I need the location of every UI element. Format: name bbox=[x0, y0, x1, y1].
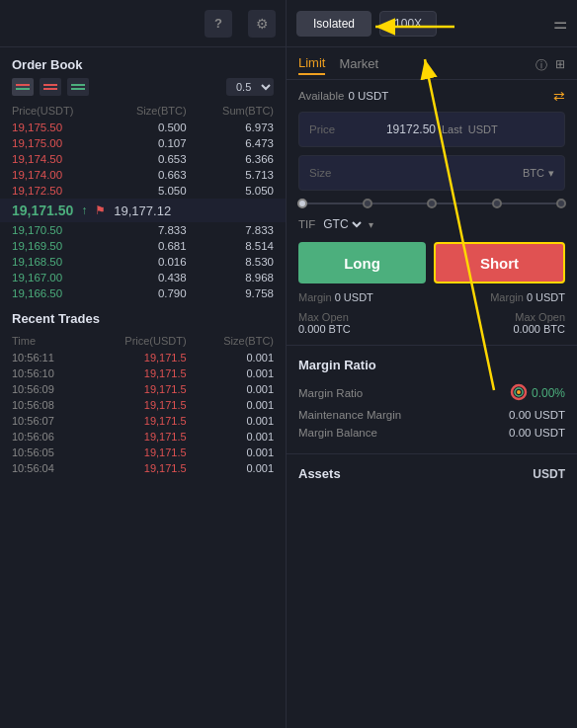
flag-icon: ⚑ bbox=[95, 203, 106, 217]
ob-header: Price(USDT) Size(BTC) Sum(BTC) bbox=[0, 102, 286, 120]
price-label: Price bbox=[309, 123, 347, 135]
ob-view-both[interactable] bbox=[12, 78, 34, 96]
ob-col-size: Size(BTC) bbox=[99, 105, 186, 117]
grid-icon[interactable]: ⊞ bbox=[555, 57, 565, 74]
tab-limit[interactable]: Limit bbox=[298, 55, 325, 75]
margin-ratio-label: Margin Ratio bbox=[298, 387, 363, 399]
tab-market[interactable]: Market bbox=[339, 56, 378, 74]
mid-price-value: 19,171.50 bbox=[12, 202, 73, 218]
max-open-row: Max Open 0.000 BTC Max Open 0.000 BTC bbox=[287, 307, 577, 339]
action-row: Long Short bbox=[287, 238, 577, 287]
long-margin-label: Margin bbox=[298, 291, 335, 303]
order-book-title: Order Book bbox=[0, 47, 286, 78]
size-field[interactable] bbox=[347, 166, 517, 180]
list-item: 10:56:04 19,171.5 0.001 bbox=[0, 460, 286, 476]
order-book-section: Order Book 0.5 bbox=[0, 47, 286, 301]
left-panel: ? ⚙ Order Book bbox=[0, 0, 287, 728]
tif-arrow-icon: ▾ bbox=[369, 219, 373, 230]
maintenance-margin-row: Maintenance Margin 0.00 USDT bbox=[298, 406, 565, 424]
table-row: 19,169.50 0.681 8.514 bbox=[0, 238, 286, 254]
short-margin-value: 0 USDT bbox=[527, 291, 565, 303]
price-last-label: Last bbox=[442, 123, 462, 135]
margin-ratio-title: Margin Ratio bbox=[298, 358, 565, 372]
ob-view-buy[interactable] bbox=[67, 78, 89, 96]
available-value: 0 USDT bbox=[348, 90, 388, 102]
rt-col-time: Time bbox=[12, 335, 99, 347]
list-item: 10:56:06 19,171.5 0.001 bbox=[0, 429, 286, 445]
slider-handle-75[interactable] bbox=[492, 199, 502, 208]
list-item: 10:56:10 19,171.5 0.001 bbox=[0, 365, 286, 381]
list-item: 10:56:11 19,171.5 0.001 bbox=[0, 350, 286, 365]
table-row: 19,168.50 0.016 8.530 bbox=[0, 254, 286, 270]
info-icon[interactable]: ⓘ bbox=[536, 57, 547, 74]
recent-trades-section: Recent Trades Time Price(USDT) Size(BTC)… bbox=[0, 301, 286, 728]
short-max-col: Max Open 0.000 BTC bbox=[432, 311, 565, 335]
ob-view-sell[interactable] bbox=[40, 78, 61, 96]
ob-col-sum: Sum(BTC) bbox=[187, 105, 274, 117]
rt-col-price: Price(USDT) bbox=[99, 335, 186, 347]
margin-ratio-row: Margin Ratio 0.00% bbox=[298, 380, 565, 406]
margin-ratio-value: 0.00% bbox=[532, 386, 565, 400]
leverage-button[interactable]: 100X bbox=[379, 11, 437, 37]
price-field[interactable] bbox=[347, 122, 436, 136]
list-item: 10:56:09 19,171.5 0.001 bbox=[0, 381, 286, 397]
order-type-bar: Limit Market ⓘ ⊞ bbox=[287, 47, 577, 80]
mid-price-flag-value: 19,177.12 bbox=[114, 203, 171, 218]
short-max-value: 0.000 BTC bbox=[513, 323, 565, 335]
slider-handle-100[interactable] bbox=[556, 199, 566, 208]
slider-handle-25[interactable] bbox=[363, 199, 372, 208]
isolated-button[interactable]: Isolated bbox=[296, 11, 371, 37]
size-unit-toggle[interactable]: ▾ bbox=[548, 167, 554, 180]
list-item: 10:56:05 19,171.5 0.001 bbox=[0, 445, 286, 460]
short-button[interactable]: Short bbox=[434, 242, 565, 283]
size-input-row[interactable]: Size BTC ▾ bbox=[298, 155, 565, 191]
settings-button[interactable]: ⚙ bbox=[248, 10, 276, 38]
long-max-label: Max Open bbox=[298, 311, 349, 323]
maintenance-margin-label: Maintenance Margin bbox=[298, 409, 401, 421]
assets-unit: USDT bbox=[533, 467, 565, 481]
margin-info-row: Margin 0 USDT Margin 0 USDT bbox=[287, 287, 577, 307]
rt-col-size: Size(BTC) bbox=[187, 335, 274, 347]
price-unit: USDT bbox=[468, 123, 498, 135]
buy-rows: 19,170.50 7.833 7.833 19,169.50 0.681 8.… bbox=[0, 222, 286, 301]
position-slider[interactable] bbox=[302, 202, 561, 204]
slider-handle-0[interactable] bbox=[297, 199, 307, 208]
question-icon: ? bbox=[214, 16, 222, 31]
sell-rows: 19,175.50 0.500 6.973 19,175.00 0.107 6.… bbox=[0, 120, 286, 199]
margin-balance-row: Margin Balance 0.00 USDT bbox=[298, 424, 565, 442]
table-row: 19,175.00 0.107 6.473 bbox=[0, 135, 286, 151]
table-row: 19,174.50 0.653 6.366 bbox=[0, 151, 286, 167]
order-book-controls: 0.5 1.0 2.0 bbox=[0, 78, 286, 102]
long-margin-value: 0 USDT bbox=[335, 291, 373, 303]
slider-handle-50[interactable] bbox=[427, 199, 437, 208]
order-tab-icons: ⓘ ⊞ bbox=[536, 57, 565, 74]
transfer-icon[interactable]: ⇄ bbox=[553, 88, 565, 104]
price-input-row[interactable]: Price Last USDT bbox=[298, 112, 565, 147]
table-row: 19,172.50 5.050 5.050 bbox=[0, 183, 286, 199]
list-item: 10:56:07 19,171.5 0.001 bbox=[0, 413, 286, 429]
settings-icon: ⚙ bbox=[256, 16, 269, 32]
recent-trades-title: Recent Trades bbox=[0, 301, 286, 332]
list-item: 10:56:08 19,171.5 0.001 bbox=[0, 397, 286, 413]
top-bar-left: ? ⚙ bbox=[0, 0, 286, 47]
short-max-label: Max Open bbox=[515, 311, 565, 323]
rt-header: Time Price(USDT) Size(BTC) bbox=[0, 332, 286, 350]
table-row: 19,170.50 7.833 7.833 bbox=[0, 222, 286, 238]
tif-row: TIF GTC IOC FOK ▾ bbox=[287, 212, 577, 238]
top-bar-right: Isolated 100X ⚌ bbox=[287, 0, 577, 47]
short-margin-col: Margin 0 USDT bbox=[432, 291, 565, 303]
right-panel: Isolated 100X ⚌ Limit Market ⓘ ⊞ Availab… bbox=[287, 0, 577, 728]
table-row: 19,175.50 0.500 6.973 bbox=[0, 120, 286, 135]
long-button[interactable]: Long bbox=[298, 242, 426, 283]
tif-select[interactable]: GTC IOC FOK bbox=[319, 216, 365, 232]
available-row: Available 0 USDT ⇄ bbox=[287, 80, 577, 108]
section-divider bbox=[287, 345, 577, 346]
ob-grouping-select[interactable]: 0.5 1.0 2.0 bbox=[226, 78, 274, 96]
question-button[interactable]: ? bbox=[205, 10, 232, 38]
mid-price-row: 19,171.50 ↑ ⚑ 19,177.12 bbox=[0, 199, 286, 222]
filter-icon[interactable]: ⚌ bbox=[553, 14, 567, 33]
tif-label: TIF bbox=[298, 218, 315, 230]
long-max-value: 0.000 BTC bbox=[298, 323, 351, 335]
svg-point-2 bbox=[517, 390, 521, 394]
margin-balance-label: Margin Balance bbox=[298, 427, 377, 439]
